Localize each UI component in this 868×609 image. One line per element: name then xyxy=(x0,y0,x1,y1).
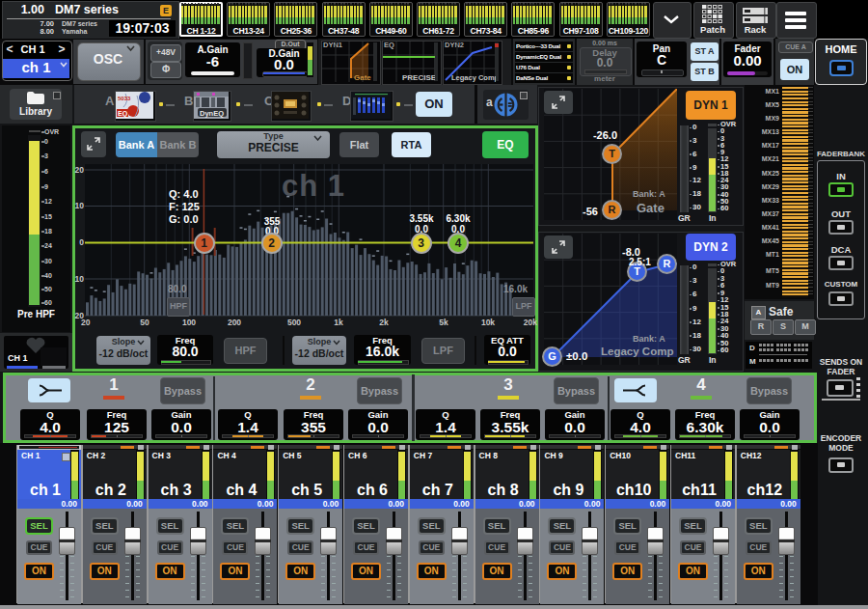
svg-text:5k: 5k xyxy=(439,318,448,327)
svg-text:DynEQ: DynEQ xyxy=(200,109,224,118)
svg-text:1k: 1k xyxy=(334,318,343,327)
svg-text:100: 100 xyxy=(182,318,196,327)
svg-text:Gate: Gate xyxy=(354,73,371,82)
svg-text:20k: 20k xyxy=(524,318,537,327)
svg-text:50: 50 xyxy=(140,318,149,327)
svg-text:200: 200 xyxy=(228,318,241,327)
svg-text:Legacy Comp: Legacy Comp xyxy=(451,73,496,82)
svg-text:EQ: EQ xyxy=(118,110,128,118)
svg-text:2k: 2k xyxy=(379,318,389,327)
svg-text:500: 500 xyxy=(287,318,301,327)
svg-text:10k: 10k xyxy=(481,318,495,327)
svg-text:PRECISE: PRECISE xyxy=(402,73,435,82)
svg-text:5033: 5033 xyxy=(118,96,131,101)
